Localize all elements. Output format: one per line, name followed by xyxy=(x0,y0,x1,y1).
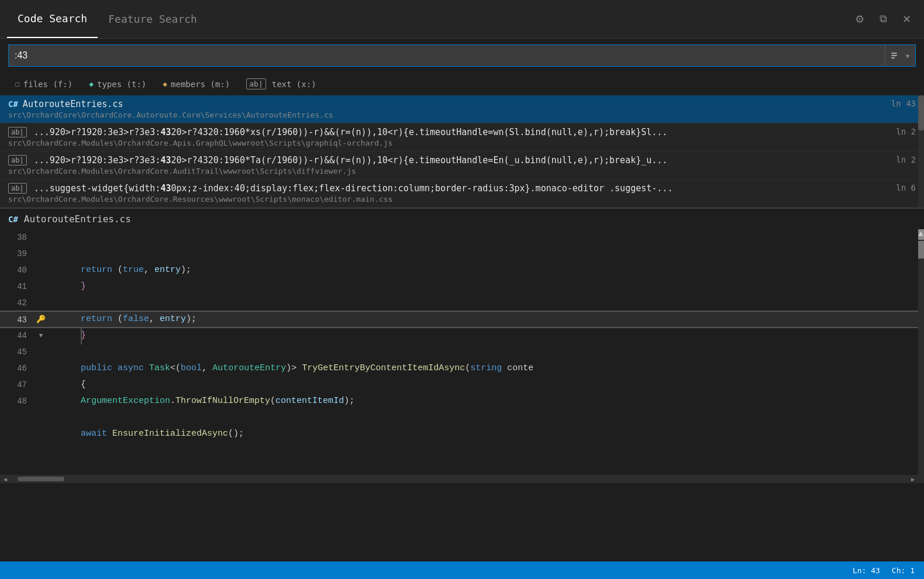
result-main-2: ab| ...920>r?1920:3e3>r?3e3:4320>r?4320:… xyxy=(8,155,890,175)
result-path-3: src\OrchardCore.Modules\OrchardCore.Reso… xyxy=(8,195,890,204)
search-bar-container: ▾ xyxy=(0,39,924,73)
search-dropdown-icon[interactable]: ▾ xyxy=(885,45,915,66)
filter-tab-types[interactable]: ◆ types (t:) xyxy=(82,77,153,91)
code-line-44: 44 ▼ public async Task<(bool, AutorouteE… xyxy=(0,328,924,344)
line-gutter-42 xyxy=(35,295,47,311)
line-num-47: 47 xyxy=(0,377,35,393)
filter-tab-files-label: files (f:) xyxy=(23,80,73,89)
result-title-row-0: C# AutorouteEntries.cs xyxy=(8,99,885,109)
tab-code-search-label: Code Search xyxy=(18,12,87,25)
result-item-2[interactable]: ab| ...920>r?1920:3e3>r?3e3:4320>r?4320:… xyxy=(0,151,924,180)
code-content-39: } xyxy=(47,246,924,262)
line-gutter-44: ▼ xyxy=(35,328,47,344)
code-content-46: ArgumentException.ThrowIfNullOrEmpty(con… xyxy=(47,360,924,377)
line-num-41: 41 xyxy=(0,278,35,295)
result-path-0: src\OrchardCore\OrchardCore.Autoroute.Co… xyxy=(8,111,885,119)
filter-tab-files[interactable]: ☐ files (f:) xyxy=(8,77,80,91)
filter-tab-members[interactable]: ◆ members (m:) xyxy=(156,77,237,91)
code-line-38: 38 return (true, entry); xyxy=(0,229,924,246)
line-num-45: 45 xyxy=(0,344,35,360)
split-button[interactable]: ⧉ xyxy=(875,11,891,27)
minimap-scrollbar[interactable]: ▲ xyxy=(918,229,924,475)
line-gutter-46 xyxy=(35,360,47,377)
bookmark-icon: 🔑 xyxy=(36,315,46,324)
result-item-1[interactable]: ab| ...920>r?1920:3e3>r?3e3:4320>r?4320:… xyxy=(0,123,924,151)
collapse-icon-44[interactable]: ▼ xyxy=(39,332,43,339)
status-bar-right: Ln: 43 Ch: 1 xyxy=(853,566,915,575)
cs-badge-0: C# xyxy=(8,99,18,109)
results-scrollbar-thumb[interactable] xyxy=(918,95,924,130)
result-linenum-3: ln 6 xyxy=(890,183,916,192)
code-content-40 xyxy=(47,262,924,278)
result-item-3[interactable]: ab| ...suggest-widget{width:430px;z-inde… xyxy=(0,180,924,208)
code-line-47: 47 xyxy=(0,377,924,393)
code-view-cs-badge: C# xyxy=(8,215,18,224)
h-scrollbar-thumb[interactable] xyxy=(18,477,64,481)
tab-code-search[interactable]: Code Search xyxy=(7,0,98,38)
code-content-44: public async Task<(bool, AutorouteEntry)… xyxy=(47,328,924,344)
line-gutter-43: 🔑 xyxy=(35,312,47,327)
code-line-43: 43 🔑 xyxy=(0,311,924,328)
code-view-filename: AutorouteEntries.cs xyxy=(24,213,131,225)
code-line-42: 42 } xyxy=(0,295,924,311)
line-num-48: 48 xyxy=(0,393,35,409)
filter-tab-text[interactable]: ab| text (x:) xyxy=(239,76,323,92)
close-button[interactable]: ✕ xyxy=(898,11,915,27)
result-path-1: src\OrchardCore.Modules\OrchardCore.Apis… xyxy=(8,139,890,147)
line-num-44: 44 xyxy=(0,328,35,344)
minimap-up-arrow[interactable]: ▲ xyxy=(918,229,924,240)
result-linenum-1: ln 2 xyxy=(890,127,916,136)
types-icon: ◆ xyxy=(89,80,94,88)
line-gutter-38 xyxy=(35,229,47,246)
code-line-40: 40 xyxy=(0,262,924,278)
h-scrollbar[interactable]: ◀ ▶ xyxy=(0,475,924,483)
result-title-row-2: ab| ...920>r?1920:3e3>r?3e3:4320>r?4320:… xyxy=(8,155,890,166)
line-num-42: 42 xyxy=(0,295,35,311)
settings-button[interactable]: ⚙ xyxy=(851,11,868,27)
text-badge-3: ab| xyxy=(8,183,27,194)
status-ln: Ln: 43 xyxy=(853,566,880,575)
text-badge-2: ab| xyxy=(8,155,27,166)
result-snippet-1: ...920>r?1920:3e3>r?3e3:4320>r?4320:1960… xyxy=(34,127,668,137)
result-linenum-0: ln 43 xyxy=(885,99,916,108)
code-view-header: C# AutorouteEntries.cs xyxy=(0,208,924,229)
line-gutter-45 xyxy=(35,344,47,360)
line-gutter-41 xyxy=(35,278,47,295)
status-bar: Ln: 43 Ch: 1 xyxy=(0,561,924,579)
filter-tabs: ☐ files (f:) ◆ types (t:) ◆ members (m:)… xyxy=(0,73,924,95)
filter-tab-types-label: types (t:) xyxy=(97,80,146,89)
result-snippet-3: ...suggest-widget{width:430px;z-index:40… xyxy=(34,183,673,194)
tab-actions: ⚙ ⧉ ✕ xyxy=(851,11,915,27)
results-container: C# AutorouteEntries.cs src\OrchardCore\O… xyxy=(0,95,924,208)
minimap-thumb[interactable] xyxy=(918,241,924,259)
search-input[interactable] xyxy=(9,45,885,66)
code-line-45: 45 { xyxy=(0,344,924,360)
code-content-42: } xyxy=(47,295,924,311)
result-title-row-1: ab| ...920>r?1920:3e3>r?3e3:4320>r?4320:… xyxy=(8,127,890,137)
members-icon: ◆ xyxy=(163,80,167,88)
line-num-40: 40 xyxy=(0,262,35,278)
code-editor[interactable]: ▲ 38 return (true, entry); 39 } 40 41 re… xyxy=(0,229,924,475)
files-icon: ☐ xyxy=(15,80,20,88)
h-scroll-right-arrow[interactable]: ▶ xyxy=(908,474,918,484)
svg-rect-2 xyxy=(891,57,895,58)
tab-feature-search[interactable]: Feature Search xyxy=(98,0,208,38)
code-line-46: 46 ArgumentException.ThrowIfNullOrEmpty(… xyxy=(0,360,924,377)
result-main-1: ab| ...920>r?1920:3e3>r?3e3:4320>r?4320:… xyxy=(8,127,890,147)
line-num-39: 39 xyxy=(0,246,35,262)
result-filename-0: AutorouteEntries.cs xyxy=(23,99,123,109)
line-num-38: 38 xyxy=(0,229,35,246)
h-scroll-left-arrow[interactable]: ◀ xyxy=(0,474,11,484)
code-content-45: { xyxy=(47,344,924,360)
result-main-0: C# AutorouteEntries.cs src\OrchardCore\O… xyxy=(8,99,885,119)
line-gutter-39 xyxy=(35,246,47,262)
text-icon: ab| xyxy=(246,78,266,89)
results-scrollbar-track[interactable] xyxy=(918,95,924,208)
code-content-48: await EnsureInitializedAsync(); xyxy=(47,393,924,409)
result-item-0[interactable]: C# AutorouteEntries.cs src\OrchardCore\O… xyxy=(0,95,924,123)
text-badge-1: ab| xyxy=(8,127,27,137)
line-gutter-47 xyxy=(35,377,47,393)
code-line-48: 48 await EnsureInitializedAsync(); xyxy=(0,393,924,409)
result-path-2: src\OrchardCore.Modules\OrchardCore.Audi… xyxy=(8,167,890,175)
line-gutter-48 xyxy=(35,393,47,409)
